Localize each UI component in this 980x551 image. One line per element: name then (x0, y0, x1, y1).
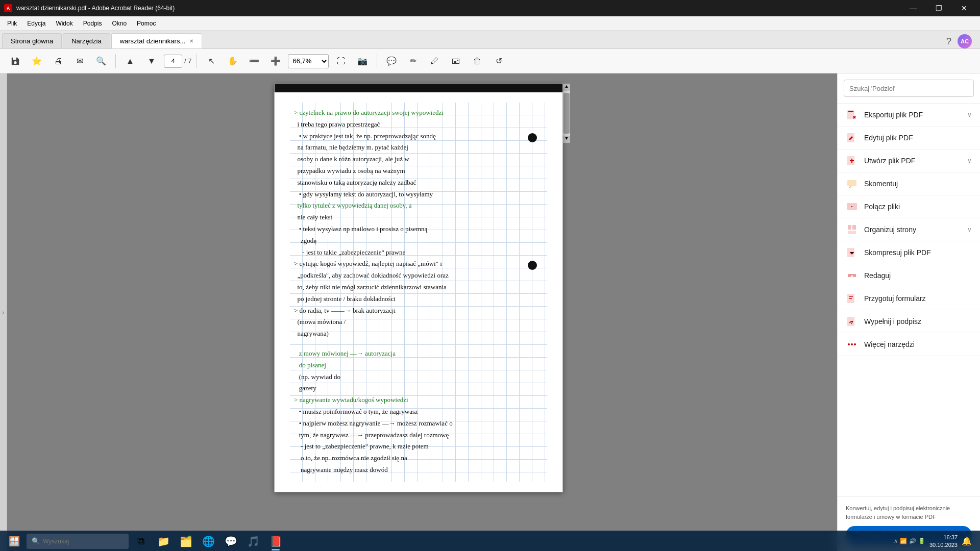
zoom-out-button[interactable]: ➖ (245, 52, 263, 70)
minimize-button[interactable]: — (901, 0, 925, 16)
panel-item-more[interactable]: Więcej narzędzi (838, 333, 980, 356)
tab-close-icon[interactable]: ✕ (189, 38, 193, 44)
chrome-app[interactable]: 🌐 (198, 531, 218, 552)
bookmark-button[interactable]: ⭐ (28, 52, 46, 70)
note-line-8: tylko tytuleć z wypowiedzią danej osoby,… (294, 201, 543, 211)
panel-item-organize[interactable]: Organizuj strony ∨ (838, 218, 980, 241)
close-button[interactable]: ✕ (952, 0, 976, 16)
panel-item-redact[interactable]: Redaguj (838, 264, 980, 287)
panel-item-comment-label: Skomentuj (864, 180, 898, 188)
toolbar-separator-1 (115, 54, 116, 68)
help-icon[interactable]: ? (946, 36, 951, 47)
panel-item-comment[interactable]: Skomentuj (838, 172, 980, 195)
menu-sign[interactable]: Podpis (78, 18, 107, 29)
system-tray: ∧ 📶 🔊 🔋 (894, 538, 925, 544)
stamp-button[interactable]: 🖃 (447, 52, 465, 70)
page-navigation: / 7 (164, 55, 191, 68)
email-button[interactable]: ✉ (70, 52, 89, 70)
taskbar-search-box[interactable]: 🔍 (27, 534, 129, 549)
file-explorer-app[interactable]: 📁 (153, 531, 174, 552)
panel-item-combine[interactable]: Połącz pliki (838, 195, 980, 218)
note-line-16: po jednej stronie / braku dokładności (294, 294, 543, 305)
scroll-down-button[interactable]: ▼ (563, 136, 570, 143)
task-view-button[interactable]: ⧉ (131, 531, 151, 552)
panel-item-combine-label: Połącz pliki (864, 203, 900, 211)
file-manager-app[interactable]: 🗂️ (176, 531, 196, 552)
svg-rect-5 (847, 203, 852, 210)
next-page-button[interactable]: ▼ (142, 52, 161, 70)
tab-tools[interactable]: Narzędzia (63, 33, 110, 48)
panel-item-form[interactable]: Przygotuj formularz (838, 287, 980, 310)
file-manager-icon: 🗂️ (180, 535, 192, 547)
main-area: › > czytelnek na prawo do autoryzacji sw… (0, 73, 980, 551)
panel-item-redact-label: Redaguj (864, 271, 891, 280)
svg-rect-9 (848, 231, 856, 234)
page-number-input[interactable] (164, 55, 182, 68)
panel-search-input[interactable] (844, 80, 974, 97)
highlighter-button[interactable]: ✏ (404, 52, 422, 70)
cursor-tool-button[interactable]: ↖ (202, 52, 220, 70)
create-chevron: ∨ (967, 157, 972, 164)
rotate-button[interactable]: ↺ (489, 52, 508, 70)
form-icon (846, 292, 858, 305)
svg-rect-8 (852, 225, 856, 230)
comment-button[interactable]: 💬 (382, 52, 401, 70)
notification-button[interactable]: 🔔 (962, 536, 972, 546)
comment-panel-icon (846, 178, 858, 190)
discord-app[interactable]: 💬 (220, 531, 241, 552)
zoom-in-button[interactable]: ➕ (266, 52, 285, 70)
more-tools-icon (846, 338, 858, 350)
menu-file[interactable]: Plik (2, 18, 22, 29)
note-line-12: - jest to takie „zabezpieczenie" prawne (294, 247, 543, 258)
note-line-30: nagrywanie między masz dowód (294, 465, 543, 475)
title-bar: A warsztat dziennikarski.pdf - Adobe Acr… (0, 0, 980, 16)
print-button[interactable]: 🖨 (49, 52, 67, 70)
panel-item-edit[interactable]: Edytuj plik PDF (838, 127, 980, 149)
note-line-26: • najpierw możesz nagrywanie —→ możesz r… (294, 418, 543, 429)
chrome-icon: 🌐 (202, 535, 215, 547)
fit-page-button[interactable]: ⛶ (332, 52, 350, 70)
tab-document[interactable]: warsztat dziennikars... ✕ (111, 33, 203, 48)
note-line-23: gazety (294, 383, 543, 394)
vertical-scrollbar[interactable]: ▲ ▼ (563, 84, 570, 143)
take-snapshot-button[interactable]: 📷 (353, 52, 372, 70)
maximize-button[interactable]: ❐ (927, 0, 950, 16)
acrobat-app[interactable]: 📕 (265, 531, 286, 552)
zoom-select[interactable]: 25% 50% 66,7% 75% 100% 125% 150% 200% (288, 54, 329, 68)
page-content: > czytelnek na prawo do autoryzacji swoj… (275, 92, 562, 492)
note-line-4: osoby o dane k różn autoryzacji, ale już… (294, 154, 543, 165)
menu-edit[interactable]: Edycja (22, 18, 51, 29)
panel-item-fill-sign[interactable]: Wypełnij i podpisz (838, 310, 980, 333)
user-avatar[interactable]: AC (958, 34, 972, 48)
save-button[interactable] (6, 52, 24, 70)
prev-page-button[interactable]: ▲ (121, 52, 139, 70)
note-line-19: nagrywana) (294, 329, 543, 339)
taskbar-search-input[interactable] (43, 538, 119, 545)
organize-chevron: ∨ (967, 226, 972, 233)
menu-help[interactable]: Pomoc (132, 18, 161, 29)
pan-tool-button[interactable]: ✋ (224, 52, 242, 70)
start-button[interactable]: 🪟 (4, 531, 24, 552)
clock[interactable]: 16:37 30.10.2023 (929, 534, 958, 548)
note-line-3: na farmatu, nie będziemy m. pytać każdej (294, 142, 543, 153)
search-box (838, 73, 980, 104)
note-line-28: - jest to „zabezpieczenie" prawne, k raz… (294, 441, 543, 452)
menu-window[interactable]: Okno (107, 18, 132, 29)
spotify-app[interactable]: 🎵 (243, 531, 263, 552)
scroll-thumb[interactable] (564, 93, 570, 134)
panel-item-create[interactable]: Utwórz plik PDF ∨ (838, 149, 980, 172)
note-line-20: z mowy mówionej —→ autoryzacja (294, 348, 543, 359)
menu-view[interactable]: Widok (51, 18, 78, 29)
svg-rect-4 (847, 180, 856, 186)
left-panel-toggle[interactable]: › (0, 73, 7, 551)
delete-button[interactable]: 🗑 (468, 52, 486, 70)
panel-item-form-label: Przygotuj formularz (864, 294, 926, 303)
draw-button[interactable]: 🖊 (425, 52, 444, 70)
panel-item-export[interactable]: Eksportuj plik PDF ∨ (838, 104, 980, 127)
scroll-up-button[interactable]: ▲ (563, 84, 570, 91)
note-line-9: nie cały tekst (294, 212, 543, 223)
tray-expand[interactable]: ∧ (894, 538, 898, 544)
panel-item-compress[interactable]: Skompresuj plik PDF (838, 241, 980, 264)
tab-home[interactable]: Strona główna (2, 33, 62, 48)
search-button[interactable]: 🔍 (92, 52, 110, 70)
